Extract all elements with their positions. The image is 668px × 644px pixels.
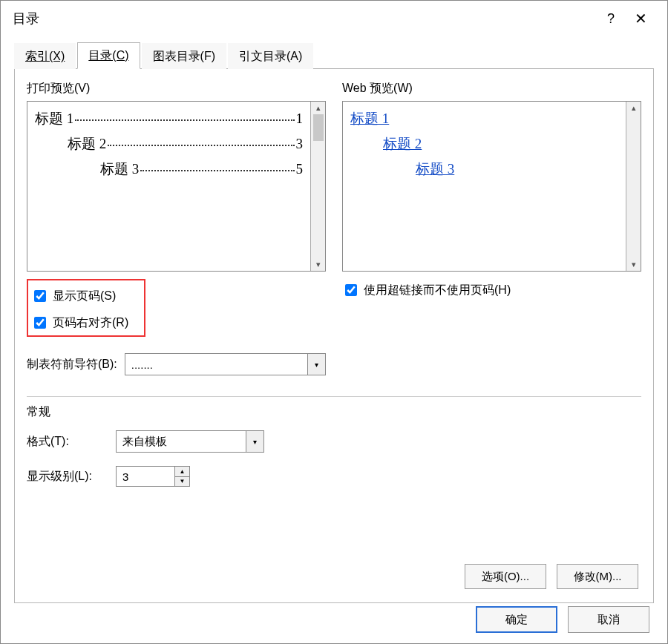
tab-index[interactable]: 索引(X) — [14, 43, 76, 69]
use-hyperlinks-label: 使用超链接而不使用页码(H) — [364, 283, 511, 298]
show-page-numbers-checkbox[interactable] — [34, 290, 46, 302]
separator — [27, 396, 641, 397]
right-align-check[interactable]: 页码右对齐(R) — [31, 315, 138, 331]
print-preview-content: 标题 1 1 标题 2 3 标题 3 — [27, 102, 310, 271]
tab-figures[interactable]: 图表目录(F) — [142, 43, 226, 69]
ok-button[interactable]: 确定 — [476, 606, 557, 633]
tab-leader-row: 制表符前导符(B): ....... ▾ — [27, 353, 326, 375]
dialog-footer: 确定 取消 — [476, 606, 649, 633]
print-preview-label: 打印预览(V) — [27, 81, 326, 96]
options-button[interactable]: 选项(O)... — [465, 564, 546, 589]
scroll-up-icon[interactable]: ▴ — [311, 102, 325, 114]
cancel-button[interactable]: 取消 — [568, 606, 649, 633]
content-button-row: 选项(O)... 修改(M)... — [465, 564, 638, 589]
tab-leader-label: 制表符前导符(B): — [27, 357, 117, 372]
web-link[interactable]: 标题 1 — [350, 109, 389, 128]
levels-row: 显示级别(L): 3 ▲ ▼ — [27, 466, 641, 487]
toc-line: 标题 2 3 — [35, 134, 303, 154]
print-preview-box: 标题 1 1 标题 2 3 标题 3 — [27, 101, 326, 272]
dialog-title: 目录 — [13, 10, 596, 27]
tab-strip: 索引(X) 目录(C) 图表目录(F) 引文目录(A) — [14, 42, 654, 69]
show-page-numbers-label: 显示页码(S) — [53, 289, 116, 304]
format-row: 格式(T): 来自模板 ▾ — [27, 430, 641, 453]
tab-leader-value: ....... — [125, 358, 307, 371]
show-page-numbers-check[interactable]: 显示页码(S) — [31, 288, 138, 304]
scroll-down-icon[interactable]: ▾ — [311, 258, 325, 271]
format-combo[interactable]: 来自模板 ▾ — [116, 430, 264, 453]
format-label: 格式(T): — [27, 434, 108, 450]
web-link[interactable]: 标题 3 — [416, 160, 454, 179]
web-preview-column: Web 预览(W) 标题 1 标题 2 标题 3 ▴ ▾ — [342, 81, 641, 375]
toc-dialog: 目录 ? ✕ 索引(X) 目录(C) 图表目录(F) 引文目录(A) 打印预览(… — [0, 0, 668, 644]
web-preview-content: 标题 1 标题 2 标题 3 — [343, 102, 626, 271]
right-align-checkbox[interactable] — [34, 317, 46, 329]
scroll-down-icon[interactable]: ▾ — [626, 258, 641, 271]
close-button[interactable]: ✕ — [626, 10, 655, 27]
use-hyperlinks-check[interactable]: 使用超链接而不使用页码(H) — [342, 282, 641, 298]
levels-label: 显示级别(L): — [27, 469, 108, 484]
chevron-down-icon[interactable]: ▾ — [307, 354, 325, 375]
tab-leader-combo[interactable]: ....... ▾ — [125, 353, 326, 375]
highlighted-checks: 显示页码(S) 页码右对齐(R) — [27, 279, 145, 337]
scroll-up-icon[interactable]: ▴ — [626, 102, 641, 114]
web-preview-box: 标题 1 标题 2 标题 3 ▴ ▾ — [342, 101, 641, 272]
web-preview-scrollbar[interactable]: ▴ ▾ — [626, 102, 641, 271]
use-hyperlinks-checkbox[interactable] — [345, 284, 357, 296]
format-value: 来自模板 — [117, 435, 246, 449]
tab-toc[interactable]: 目录(C) — [77, 42, 140, 69]
general-section-title: 常规 — [27, 404, 641, 420]
chevron-down-icon[interactable]: ▾ — [246, 431, 263, 452]
web-link[interactable]: 标题 2 — [383, 134, 422, 154]
titlebar: 目录 ? ✕ — [1, 1, 667, 36]
modify-button[interactable]: 修改(M)... — [557, 564, 638, 589]
right-align-label: 页码右对齐(R) — [53, 315, 128, 331]
spinner-up-icon[interactable]: ▲ — [175, 467, 189, 477]
web-preview-label: Web 预览(W) — [342, 81, 641, 96]
toc-line: 标题 1 1 — [35, 109, 303, 128]
toc-line: 标题 3 5 — [35, 160, 303, 179]
print-preview-column: 打印预览(V) 标题 1 1 标题 2 3 — [27, 81, 326, 375]
tab-citations[interactable]: 引文目录(A) — [228, 43, 313, 69]
scroll-thumb[interactable] — [313, 114, 324, 141]
print-preview-scrollbar[interactable]: ▴ ▾ — [310, 102, 325, 271]
help-button[interactable]: ? — [596, 11, 626, 27]
spinner-down-icon[interactable]: ▼ — [175, 477, 189, 487]
levels-spinner[interactable]: 3 ▲ ▼ — [116, 466, 190, 487]
levels-value: 3 — [117, 467, 174, 486]
tab-content: 打印预览(V) 标题 1 1 标题 2 3 — [14, 69, 654, 603]
